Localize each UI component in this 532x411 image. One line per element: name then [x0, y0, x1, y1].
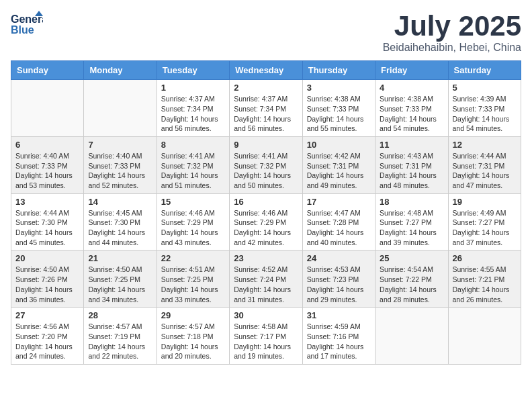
day-info: Sunrise: 4:39 AM Sunset: 7:33 PM Dayligh… — [453, 94, 517, 134]
day-info: Sunrise: 4:49 AM Sunset: 7:27 PM Dayligh… — [453, 208, 517, 248]
day-info: Sunrise: 4:43 AM Sunset: 7:31 PM Dayligh… — [380, 151, 443, 191]
calendar-week-row: 6Sunrise: 4:40 AM Sunset: 7:33 PM Daylig… — [11, 136, 521, 193]
day-info: Sunrise: 4:58 AM Sunset: 7:17 PM Dayligh… — [234, 322, 298, 361]
day-number: 30 — [234, 310, 298, 320]
calendar-cell: 11Sunrise: 4:43 AM Sunset: 7:31 PM Dayli… — [375, 136, 448, 193]
day-number: 17 — [307, 197, 371, 207]
day-info: Sunrise: 4:40 AM Sunset: 7:33 PM Dayligh… — [15, 151, 79, 191]
day-info: Sunrise: 4:52 AM Sunset: 7:24 PM Dayligh… — [234, 265, 298, 304]
day-info: Sunrise: 4:44 AM Sunset: 7:31 PM Dayligh… — [453, 151, 517, 191]
day-info: Sunrise: 4:41 AM Sunset: 7:32 PM Dayligh… — [161, 151, 225, 191]
day-info: Sunrise: 4:50 AM Sunset: 7:25 PM Dayligh… — [88, 265, 152, 304]
day-info: Sunrise: 4:44 AM Sunset: 7:30 PM Dayligh… — [15, 208, 79, 248]
day-number: 16 — [234, 197, 298, 207]
day-number: 13 — [15, 197, 79, 207]
weekday-header: Sunday — [11, 61, 84, 80]
logo-icon: General Blue — [11, 11, 43, 40]
day-number: 27 — [15, 310, 79, 320]
day-number: 22 — [161, 253, 225, 263]
weekday-header: Saturday — [448, 61, 521, 80]
page-header: General Blue July 2025 Beidaihehaibin, H… — [11, 11, 521, 54]
calendar-cell: 10Sunrise: 4:42 AM Sunset: 7:31 PM Dayli… — [302, 136, 375, 193]
calendar-cell: 20Sunrise: 4:50 AM Sunset: 7:26 PM Dayli… — [11, 250, 84, 308]
day-number: 7 — [88, 140, 152, 150]
calendar-week-row: 1Sunrise: 4:37 AM Sunset: 7:34 PM Daylig… — [11, 80, 521, 137]
calendar-cell: 18Sunrise: 4:48 AM Sunset: 7:27 PM Dayli… — [375, 193, 448, 250]
day-info: Sunrise: 4:53 AM Sunset: 7:23 PM Dayligh… — [307, 265, 371, 304]
calendar-cell: 31Sunrise: 4:59 AM Sunset: 7:16 PM Dayli… — [302, 308, 375, 365]
calendar-cell: 24Sunrise: 4:53 AM Sunset: 7:23 PM Dayli… — [302, 250, 375, 308]
calendar-cell: 30Sunrise: 4:58 AM Sunset: 7:17 PM Dayli… — [230, 308, 302, 365]
day-number: 20 — [15, 253, 79, 263]
calendar-cell: 29Sunrise: 4:57 AM Sunset: 7:18 PM Dayli… — [157, 308, 229, 365]
day-number: 26 — [453, 253, 517, 263]
day-info: Sunrise: 4:48 AM Sunset: 7:27 PM Dayligh… — [380, 208, 443, 248]
day-number: 12 — [453, 140, 517, 150]
calendar-cell: 25Sunrise: 4:54 AM Sunset: 7:22 PM Dayli… — [375, 250, 448, 308]
day-number: 24 — [307, 253, 371, 263]
calendar-cell: 26Sunrise: 4:55 AM Sunset: 7:21 PM Dayli… — [448, 250, 521, 308]
day-number: 10 — [307, 140, 371, 150]
day-info: Sunrise: 4:51 AM Sunset: 7:25 PM Dayligh… — [161, 265, 225, 304]
calendar-table: SundayMondayTuesdayWednesdayThursdayFrid… — [11, 60, 521, 365]
day-number: 31 — [307, 310, 371, 320]
calendar-cell: 22Sunrise: 4:51 AM Sunset: 7:25 PM Dayli… — [157, 250, 229, 308]
calendar-cell: 15Sunrise: 4:46 AM Sunset: 7:29 PM Dayli… — [157, 193, 229, 250]
day-number: 25 — [380, 253, 443, 263]
calendar-cell — [375, 308, 448, 365]
calendar-cell: 19Sunrise: 4:49 AM Sunset: 7:27 PM Dayli… — [448, 193, 521, 250]
weekday-header: Monday — [84, 61, 157, 80]
day-number: 8 — [161, 140, 225, 150]
day-number: 15 — [161, 197, 225, 207]
day-info: Sunrise: 4:40 AM Sunset: 7:33 PM Dayligh… — [88, 151, 152, 191]
calendar-cell — [11, 80, 84, 137]
calendar-header-row: SundayMondayTuesdayWednesdayThursdayFrid… — [11, 61, 521, 80]
day-number: 9 — [234, 140, 298, 150]
calendar-cell: 23Sunrise: 4:52 AM Sunset: 7:24 PM Dayli… — [230, 250, 302, 308]
calendar-cell: 21Sunrise: 4:50 AM Sunset: 7:25 PM Dayli… — [84, 250, 157, 308]
day-info: Sunrise: 4:38 AM Sunset: 7:33 PM Dayligh… — [307, 94, 371, 134]
calendar-week-row: 13Sunrise: 4:44 AM Sunset: 7:30 PM Dayli… — [11, 193, 521, 250]
day-info: Sunrise: 4:55 AM Sunset: 7:21 PM Dayligh… — [453, 265, 517, 304]
day-info: Sunrise: 4:57 AM Sunset: 7:19 PM Dayligh… — [88, 322, 152, 361]
day-number: 4 — [380, 83, 443, 93]
day-info: Sunrise: 4:59 AM Sunset: 7:16 PM Dayligh… — [307, 322, 371, 361]
calendar-cell: 5Sunrise: 4:39 AM Sunset: 7:33 PM Daylig… — [448, 80, 521, 137]
month-title: July 2025 — [383, 11, 521, 42]
day-number: 28 — [88, 310, 152, 320]
day-info: Sunrise: 4:42 AM Sunset: 7:31 PM Dayligh… — [307, 151, 371, 191]
calendar-cell: 28Sunrise: 4:57 AM Sunset: 7:19 PM Dayli… — [84, 308, 157, 365]
day-number: 18 — [380, 197, 443, 207]
calendar-cell: 9Sunrise: 4:41 AM Sunset: 7:32 PM Daylig… — [230, 136, 302, 193]
calendar-cell: 13Sunrise: 4:44 AM Sunset: 7:30 PM Dayli… — [11, 193, 84, 250]
location-title: Beidaihehaibin, Hebei, China — [383, 42, 521, 54]
day-info: Sunrise: 4:46 AM Sunset: 7:29 PM Dayligh… — [234, 208, 298, 248]
day-number: 14 — [88, 197, 152, 207]
calendar-cell: 7Sunrise: 4:40 AM Sunset: 7:33 PM Daylig… — [84, 136, 157, 193]
calendar-week-row: 20Sunrise: 4:50 AM Sunset: 7:26 PM Dayli… — [11, 250, 521, 308]
calendar-cell: 12Sunrise: 4:44 AM Sunset: 7:31 PM Dayli… — [448, 136, 521, 193]
day-info: Sunrise: 4:37 AM Sunset: 7:34 PM Dayligh… — [161, 94, 225, 134]
day-number: 3 — [307, 83, 371, 93]
day-number: 1 — [161, 83, 225, 93]
day-number: 21 — [88, 253, 152, 263]
calendar-cell: 17Sunrise: 4:47 AM Sunset: 7:28 PM Dayli… — [302, 193, 375, 250]
day-number: 2 — [234, 83, 298, 93]
day-info: Sunrise: 4:50 AM Sunset: 7:26 PM Dayligh… — [15, 265, 79, 304]
day-number: 19 — [453, 197, 517, 207]
day-number: 5 — [453, 83, 517, 93]
logo: General Blue — [11, 11, 46, 40]
day-number: 23 — [234, 253, 298, 263]
calendar-cell: 3Sunrise: 4:38 AM Sunset: 7:33 PM Daylig… — [302, 80, 375, 137]
calendar-cell — [448, 308, 521, 365]
calendar-cell: 27Sunrise: 4:56 AM Sunset: 7:20 PM Dayli… — [11, 308, 84, 365]
day-info: Sunrise: 4:45 AM Sunset: 7:30 PM Dayligh… — [88, 208, 152, 248]
day-number: 6 — [15, 140, 79, 150]
calendar-cell: 14Sunrise: 4:45 AM Sunset: 7:30 PM Dayli… — [84, 193, 157, 250]
weekday-header: Wednesday — [230, 61, 302, 80]
day-info: Sunrise: 4:41 AM Sunset: 7:32 PM Dayligh… — [234, 151, 298, 191]
calendar-cell: 2Sunrise: 4:37 AM Sunset: 7:34 PM Daylig… — [230, 80, 302, 137]
calendar-cell: 6Sunrise: 4:40 AM Sunset: 7:33 PM Daylig… — [11, 136, 84, 193]
day-info: Sunrise: 4:54 AM Sunset: 7:22 PM Dayligh… — [380, 265, 443, 304]
calendar-cell: 1Sunrise: 4:37 AM Sunset: 7:34 PM Daylig… — [157, 80, 229, 137]
